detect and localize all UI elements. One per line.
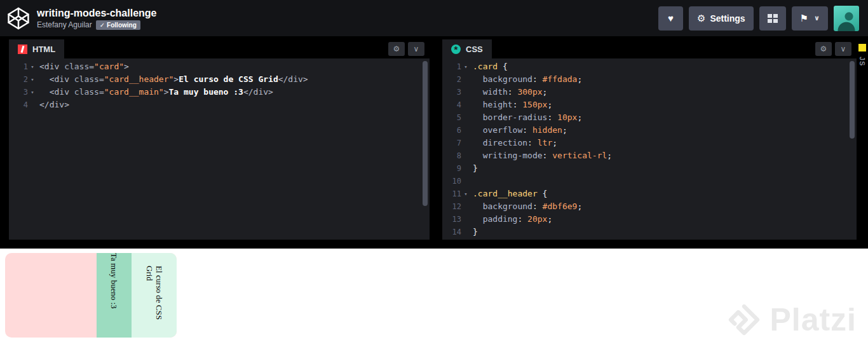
html-collapse-button[interactable]: ∨	[408, 42, 424, 56]
chevron-down-icon: ∨	[414, 44, 419, 53]
code-line[interactable]: 2▾ <div class="card__header">El curso de…	[9, 73, 430, 86]
line-number: 3	[451, 86, 461, 99]
pin-button[interactable]: ⚑ ∨	[792, 6, 828, 31]
code-line[interactable]: 9}	[442, 162, 857, 175]
code-line[interactable]: 1▾<div class="card">	[9, 60, 430, 73]
line-gutter: 14	[442, 226, 473, 238]
platzi-wordmark: Platzi	[770, 301, 857, 338]
code-line[interactable]: 3▾ <div class="card__main">Ta muy bueno …	[9, 86, 430, 99]
editor-section: HTML ⚙ ∨ 1▾<div class="card">2▾ <div cla…	[0, 36, 868, 240]
line-gutter: 1▾	[442, 60, 473, 73]
code-line[interactable]: 11▾.card__header {	[442, 188, 857, 200]
js-panel-collapsed[interactable]: JS	[857, 39, 868, 240]
code-line[interactable]: 6 overflow: hidden;	[442, 124, 857, 137]
like-button[interactable]: ♥	[658, 6, 683, 31]
pen-title: writing-modes-challenge	[37, 7, 156, 20]
code-text: }	[473, 162, 478, 175]
code-line[interactable]: 5 border-radius: 10px;	[442, 111, 857, 124]
codepen-logo-icon[interactable]	[6, 6, 31, 31]
css-settings-button[interactable]: ⚙	[815, 42, 832, 56]
css-scrollbar-thumb[interactable]	[850, 61, 855, 139]
code-line[interactable]: 7 direction: ltr;	[442, 137, 857, 149]
pen-title-block: writing-modes-challenge Estefany Aguilar…	[37, 7, 156, 30]
card-main: Ta muy bueno :3	[97, 253, 132, 338]
line-gutter: 11▾	[442, 188, 473, 200]
css-tabrow: * CSS ⚙ ∨	[442, 39, 857, 58]
code-text: height: 150px;	[473, 99, 552, 111]
fold-arrow-icon[interactable]: ▾	[463, 60, 469, 73]
code-text: .card {	[473, 60, 508, 73]
tab-css[interactable]: * CSS	[442, 39, 492, 58]
following-label: Following	[107, 22, 137, 29]
html-tab-label: HTML	[32, 44, 55, 54]
js-icon	[858, 44, 866, 51]
line-number: 6	[451, 124, 461, 137]
html-tab-actions: ⚙ ∨	[388, 42, 424, 56]
code-text: padding: 20px;	[473, 213, 552, 226]
line-number: 10	[451, 175, 461, 188]
line-gutter: 2	[442, 73, 473, 86]
code-text: background: #ffdada;	[473, 73, 582, 86]
code-line[interactable]: 13 padding: 20px;	[442, 213, 857, 226]
html-editor[interactable]: 1▾<div class="card">2▾ <div class="card_…	[9, 58, 430, 240]
app-header: writing-modes-challenge Estefany Aguilar…	[0, 0, 868, 36]
html-tabrow: HTML ⚙ ∨	[9, 39, 430, 58]
change-view-button[interactable]	[759, 6, 786, 31]
pen-author[interactable]: Estefany Aguilar	[37, 20, 92, 29]
fold-arrow-icon[interactable]: ▾	[463, 188, 469, 200]
code-text: writing-mode: vertical-rl;	[473, 149, 612, 162]
code-text: <div class="card">	[39, 60, 129, 73]
line-number: 14	[451, 226, 461, 238]
gear-icon: ⚙	[820, 44, 827, 53]
line-gutter: 9	[442, 162, 473, 175]
html-settings-button[interactable]: ⚙	[388, 42, 405, 56]
code-line[interactable]: 10	[442, 175, 857, 188]
line-number: 4	[451, 99, 461, 111]
line-gutter: 5	[442, 111, 473, 124]
card-header: El curso de CSS Grid	[132, 253, 177, 338]
fold-arrow-icon[interactable]: ▾	[29, 60, 36, 73]
code-line[interactable]: 1▾.card {	[442, 60, 857, 73]
html-scrollbar-thumb[interactable]	[423, 61, 428, 206]
code-line[interactable]: 4</div>	[9, 99, 430, 111]
code-text: overflow: hidden;	[473, 124, 567, 137]
code-line[interactable]: 2 background: #ffdada;	[442, 73, 857, 86]
code-line[interactable]: 14}	[442, 226, 857, 238]
line-gutter: 1▾	[9, 60, 39, 73]
css-collapse-button[interactable]: ∨	[835, 42, 851, 56]
settings-button[interactable]: ⚙ Settings	[689, 6, 754, 31]
following-badge[interactable]: ✓ Following	[96, 20, 140, 30]
code-line[interactable]: 8 writing-mode: vertical-rl;	[442, 149, 857, 162]
platzi-watermark: Platzi	[726, 301, 857, 338]
settings-label: Settings	[710, 13, 745, 24]
panel-resizer[interactable]	[430, 39, 442, 240]
code-text: <div class="card__main">Ta muy bueno :3<…	[39, 86, 273, 99]
js-tab-label: JS	[858, 57, 866, 66]
css-icon: *	[451, 44, 461, 54]
line-number: 12	[451, 200, 461, 213]
avatar[interactable]	[834, 6, 859, 31]
code-line[interactable]: 4 height: 150px;	[442, 99, 857, 111]
layout-grid-icon	[768, 14, 778, 23]
code-text: width: 300px;	[473, 86, 547, 99]
platzi-logo-icon	[726, 302, 762, 338]
line-gutter: 2▾	[9, 73, 39, 86]
tab-html[interactable]: HTML	[9, 39, 64, 58]
preview-resizer[interactable]	[0, 240, 868, 249]
line-number: 2	[18, 73, 28, 86]
line-number: 2	[451, 73, 461, 86]
code-line[interactable]: 12 background: #dbf6e9;	[442, 200, 857, 213]
fold-arrow-icon[interactable]: ▾	[29, 86, 36, 99]
line-number: 5	[451, 111, 461, 124]
line-gutter: 3	[442, 86, 473, 99]
css-editor[interactable]: 1▾.card {2 background: #ffdada;3 width: …	[442, 58, 857, 240]
line-gutter: 10	[442, 175, 473, 188]
css-tab-actions: ⚙ ∨	[815, 42, 851, 56]
code-text: </div>	[39, 99, 69, 111]
fold-arrow-icon[interactable]: ▾	[29, 73, 36, 86]
code-line[interactable]: 3 width: 300px;	[442, 86, 857, 99]
codepen-app: writing-modes-challenge Estefany Aguilar…	[0, 0, 868, 342]
code-text: .card__header {	[473, 188, 547, 200]
line-gutter: 4	[9, 99, 39, 111]
gear-icon: ⚙	[697, 13, 705, 23]
